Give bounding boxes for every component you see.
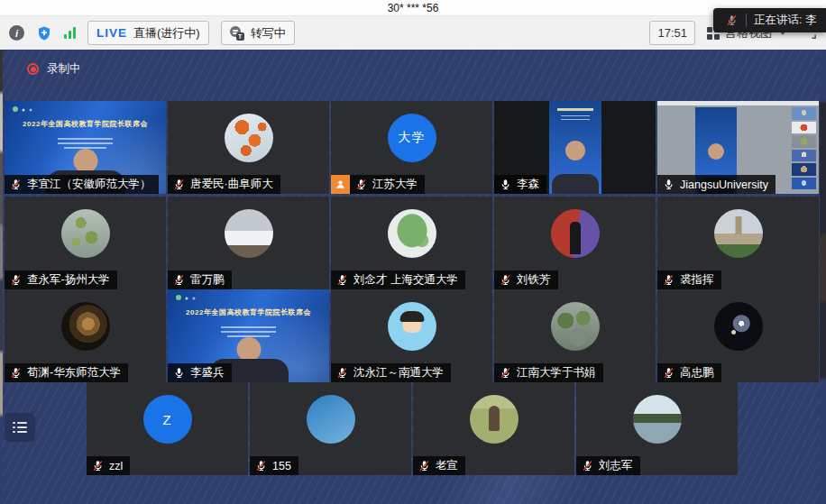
participant-name-label: 155 [250, 456, 298, 475]
mic-muted-icon [418, 459, 431, 472]
participant-name-label: 刘铁芳 [494, 270, 558, 289]
participant-tile[interactable]: 高忠鹏 [657, 289, 819, 382]
participant-name-label: 刘念才 上海交通大学 [331, 270, 465, 289]
participant-name-label: 高忠鹏 [657, 363, 721, 382]
participant-name: 江苏大学 [372, 177, 418, 192]
participant-name: 沈永江～南通大学 [353, 365, 444, 380]
avatar-leaves [61, 209, 110, 258]
participant-tile[interactable]: 江南大学于书娟 [494, 289, 656, 382]
mic-on-icon [172, 366, 186, 380]
avatar-field [470, 395, 519, 444]
participant-name-label: zzl [87, 456, 130, 475]
participant-grid-row-4: Zzzl155老宣刘志军 [0, 382, 738, 475]
participant-tile[interactable]: 老宣 [413, 382, 574, 475]
avatar-skyblue [307, 395, 355, 444]
mic-muted-icon [91, 459, 105, 472]
university-logo [176, 295, 181, 300]
meeting-stage: 录制中 2022年全国高校教育学院院长联席会李宜江（安徽师范大学）唐爱民·曲阜师… [0, 50, 826, 504]
shared-thumbnail-strip [792, 107, 816, 189]
mic-muted-icon [354, 178, 368, 191]
meeting-number-title: 30* *** *56 [388, 2, 439, 14]
participant-name: 江南大学于书娟 [517, 365, 596, 380]
participant-grid-row-2: 查永军-扬州大学雷万鹏刘念才 上海交通大学刘铁芳裘指挥 [0, 197, 819, 289]
speaking-toast: 正在讲话: 李 [713, 8, 826, 32]
network-signal-icon[interactable] [64, 27, 76, 39]
mic-muted-icon [335, 366, 349, 380]
participant-tile[interactable]: 2022年全国高校教育学院院长联席会李宜江（安徽师范大学） [5, 101, 166, 194]
avatar-building [714, 209, 763, 258]
participant-tile[interactable]: 沈永江～南通大学 [331, 289, 492, 382]
live-stream-button[interactable]: LIVE 直播(进行中) [87, 21, 209, 45]
avatar-snow [225, 209, 273, 258]
avatar-book [714, 302, 763, 351]
participant-name-label: 荀渊-华东师范大学 [5, 363, 128, 382]
participant-name: 李盛兵 [190, 365, 225, 380]
window-titlebar: 30* *** *56 [0, 0, 826, 16]
participant-name-label: 李森 [494, 175, 546, 194]
participant-tile[interactable]: JiangsuUniversity [657, 101, 819, 194]
participant-name: 刘志军 [599, 458, 633, 473]
participant-tile[interactable]: 唐爱民·曲阜师大 [168, 101, 329, 194]
participant-name-label: 唐爱民·曲阜师大 [168, 175, 280, 194]
participant-tile[interactable]: 刘铁芳 [494, 197, 656, 289]
participant-name-label: 裘指挥 [657, 270, 721, 289]
mic-muted-icon [499, 366, 512, 380]
participant-tile[interactable]: 雷万鹏 [168, 197, 329, 289]
participant-list-button[interactable] [5, 413, 35, 442]
info-icon[interactable]: i [9, 25, 24, 41]
security-shield-icon[interactable] [36, 25, 52, 41]
participant-name-label: JiangsuUniversity [657, 175, 776, 194]
avatar: 大学 [388, 114, 436, 162]
participant-name: 李森 [517, 177, 539, 192]
mic-on-icon [662, 178, 675, 191]
participant-tile[interactable]: 刘念才 上海交通大学 [331, 197, 492, 289]
background-window-edge-right [820, 50, 826, 504]
avatar-shell [61, 302, 110, 351]
transcription-label: 转写中 [251, 25, 286, 41]
transcription-icon: T [230, 26, 244, 41]
mic-muted-icon [725, 14, 739, 27]
participant-tile[interactable]: Zzzl [87, 382, 248, 475]
participant-name: 高忠鹏 [680, 365, 714, 380]
speaking-toast-text: 正在讲话: 李 [754, 13, 816, 28]
participant-tile[interactable]: 查永军-扬州大学 [5, 197, 166, 289]
participant-name-label: 雷万鹏 [168, 270, 232, 289]
participant-tile[interactable]: 大学江苏大学 [331, 101, 492, 194]
university-logo [13, 106, 18, 112]
participant-name-label: 李宜江（安徽师范大学） [5, 175, 159, 194]
avatar-lake [633, 395, 682, 444]
toolbar: i LIVE 直播(进行中) T 转写中 17:51 宫格视图 [0, 16, 826, 50]
participant-name: 老宣 [436, 458, 458, 473]
live-stream-label: 直播(进行中) [133, 25, 200, 41]
mic-muted-icon [172, 273, 186, 287]
recording-indicator: 录制中 [27, 61, 81, 77]
mic-muted-icon [335, 273, 349, 287]
participant-name: 155 [272, 460, 291, 472]
participant-tile[interactable]: 李森 [494, 101, 656, 194]
mic-muted-icon [9, 366, 23, 380]
participant-name: JiangsuUniversity [680, 179, 768, 191]
participant-name: 刘念才 上海交通大学 [353, 272, 458, 288]
mic-muted-icon [581, 459, 594, 472]
list-icon [13, 419, 27, 435]
participant-tile[interactable]: 裘指挥 [657, 197, 819, 289]
participant-tile[interactable]: 刘志军 [576, 382, 738, 475]
transcription-button[interactable]: T 转写中 [221, 21, 295, 45]
backdrop-title: 2022年全国高校教育学院院长联席会 [5, 119, 166, 129]
meeting-window: 30* *** *56 i LIVE 直播(进行中) T 转写中 17:51 宫… [0, 0, 826, 504]
participant-tile[interactable]: 2022年全国高校教育学院院长联席会李盛兵 [168, 289, 329, 382]
mic-muted-icon [662, 273, 675, 287]
participant-name: 唐爱民·曲阜师大 [190, 177, 273, 192]
participant-name: zzl [109, 460, 123, 472]
live-badge: LIVE [96, 26, 127, 40]
backdrop-title: 2022年全国高校教育学院院长联席会 [168, 307, 329, 317]
avatar-stage [551, 209, 600, 258]
participant-name-label: 刘志军 [576, 456, 640, 475]
mic-muted-icon [499, 273, 512, 287]
participant-tile[interactable]: 155 [250, 382, 411, 475]
participant-name-label: 李盛兵 [168, 363, 232, 382]
meeting-duration: 17:51 [649, 21, 695, 45]
participant-tile[interactable]: 荀渊-华东师范大学 [5, 289, 166, 382]
participant-name-label: 查永军-扬州大学 [5, 270, 117, 289]
mic-on-icon [499, 178, 512, 191]
